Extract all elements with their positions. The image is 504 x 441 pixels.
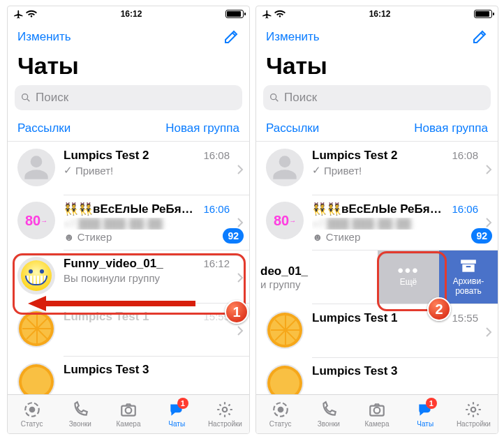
annotation-badge-1: 1 — [225, 300, 249, 324]
chat-preview: Стикер — [77, 231, 112, 243]
chat-title: 👯👯вЕсЕлЫе РеБя… — [64, 202, 193, 216]
chevron-right-icon — [485, 327, 492, 341]
svg-line-8 — [276, 99, 278, 101]
tab-calls[interactable]: Звонки — [56, 395, 104, 433]
svg-point-13 — [277, 407, 283, 413]
compose-icon[interactable] — [471, 29, 488, 45]
tab-label: Звонки — [318, 420, 340, 428]
tab-chats[interactable]: Чаты 1 — [153, 395, 201, 433]
chat-title: Lumpics Test 3 — [64, 363, 149, 377]
avatar — [17, 310, 55, 347]
chat-row[interactable]: 80→ 👯👯вЕсЕлЫе РеБя… 16:06 +7 ███ ███-██-… — [8, 195, 249, 250]
page-title: Чаты — [256, 52, 498, 84]
svg-point-0 — [22, 94, 28, 100]
status-bar: 16:12 — [8, 6, 249, 22]
tab-status[interactable]: Статус — [8, 395, 56, 433]
tab-label: Чаты — [417, 420, 433, 428]
chevron-right-icon — [237, 217, 244, 231]
chat-row[interactable]: Lumpics Test 1 15:55 — [256, 304, 498, 357]
tab-label: Камера — [117, 420, 141, 428]
search-input[interactable] — [15, 85, 242, 110]
svg-point-15 — [374, 408, 380, 414]
edit-button[interactable]: Изменить — [266, 30, 320, 44]
chat-time: 15:55 — [452, 312, 478, 324]
chat-preview: Привет! — [75, 165, 113, 177]
tab-settings[interactable]: Настройки — [450, 395, 498, 433]
annotation-badge-2: 2 — [427, 297, 451, 321]
edit-button[interactable]: Изменить — [17, 30, 71, 44]
tab-chats[interactable]: Чаты 1 — [401, 395, 450, 433]
chat-time: 16:12 — [203, 257, 230, 269]
chat-row-fragment: deo_01_ и группу — [256, 251, 340, 304]
tab-label: Статус — [269, 420, 292, 428]
chat-title: Funny_video_01_ — [64, 257, 163, 271]
chat-title: deo_01_ — [260, 264, 340, 278]
avatar — [17, 149, 55, 186]
svg-point-3 — [29, 407, 35, 413]
new-group-link[interactable]: Новая группа — [165, 121, 239, 135]
tab-label: Настройки — [208, 420, 242, 428]
chevron-right-icon — [237, 272, 244, 286]
tab-calls[interactable]: Звонки — [304, 395, 353, 433]
svg-rect-10 — [462, 264, 474, 272]
chat-row[interactable]: Lumpics Test 2 16:08 ✓ Привет! — [8, 142, 249, 195]
tab-camera[interactable]: Камера — [104, 395, 152, 433]
chat-row-swiped[interactable]: deo_01_ и группу ••• Ещё Архиви- ровать — [256, 251, 498, 304]
avatar: 80→ — [266, 202, 304, 239]
compose-icon[interactable] — [223, 29, 239, 45]
wifi-icon — [274, 10, 286, 18]
broadcasts-link[interactable]: Рассылки — [266, 121, 319, 135]
tab-bar: Статус Звонки Камера Чаты 1 Настройки — [8, 394, 249, 433]
chat-row[interactable]: 80→ 👯👯вЕсЕлЫе РеБя… 16:06 +7 ███ ███-██-… — [256, 195, 498, 250]
wifi-icon — [26, 10, 37, 18]
action-label-2: ровать — [455, 286, 482, 296]
search-field[interactable] — [284, 91, 485, 105]
chevron-right-icon — [485, 164, 492, 178]
tab-badge: 1 — [426, 398, 437, 409]
new-group-link[interactable]: Новая группа — [414, 121, 488, 135]
chat-time: 16:08 — [203, 149, 230, 161]
airplane-mode-icon — [13, 9, 23, 19]
chevron-right-icon — [237, 164, 244, 178]
screenshot-left: 16:12 Изменить Чаты Рассылки Новая групп… — [7, 6, 250, 434]
chat-list: Lumpics Test 2 16:08 ✓ Привет! 80→ — [8, 142, 249, 408]
search-input[interactable] — [263, 85, 491, 110]
tab-label: Настройки — [457, 420, 491, 428]
svg-point-5 — [126, 408, 132, 414]
chat-row[interactable]: Lumpics Test 2 16:08 ✓ Привет! — [256, 142, 498, 195]
tab-status[interactable]: Статус — [256, 395, 304, 433]
archive-icon — [459, 258, 477, 274]
svg-point-6 — [223, 408, 228, 412]
ellipsis-icon: ••• — [397, 267, 419, 274]
tab-label: Статус — [21, 420, 43, 428]
broadcasts-link[interactable]: Рассылки — [17, 121, 71, 135]
chat-title: Lumpics Test 2 — [312, 149, 398, 163]
page-title: Чаты — [8, 52, 249, 84]
tab-settings[interactable]: Настройки — [201, 395, 249, 433]
chat-title: Lumpics Test 1 — [64, 310, 149, 324]
chat-preview: Привет! — [324, 165, 362, 177]
search-field[interactable] — [36, 91, 237, 105]
chat-preview: Вы покинули группу — [64, 272, 160, 284]
avatar — [17, 257, 55, 294]
swipe-action-archive[interactable]: Архиви- ровать — [439, 251, 498, 304]
chat-row[interactable]: Lumpics Test 1 15:55 — [8, 303, 249, 356]
action-label: Ещё — [400, 277, 417, 287]
chat-preview: и группу — [260, 278, 340, 290]
airplane-mode-icon — [262, 9, 272, 19]
tab-bar: Статус Звонки Камера Чаты 1 Настройки — [256, 394, 498, 433]
swipe-action-more[interactable]: ••• Ещё — [378, 251, 439, 304]
tab-label: Камера — [365, 420, 390, 428]
chat-row[interactable]: Funny_video_01_ 16:12 Вы покинули группу — [8, 250, 249, 303]
sent-tick-icon: ✓ — [312, 164, 321, 177]
svg-rect-11 — [466, 266, 471, 267]
nav-bar: Изменить — [256, 22, 498, 52]
chevron-right-icon — [237, 325, 244, 339]
status-time: 16:12 — [121, 9, 142, 19]
chevron-right-icon — [485, 217, 492, 231]
status-bar: 16:12 — [256, 6, 498, 22]
chat-time: 16:06 — [452, 203, 478, 215]
tab-camera[interactable]: Камера — [353, 395, 401, 433]
chat-title: Lumpics Test 1 — [312, 311, 398, 325]
nav-bar: Изменить — [8, 22, 249, 52]
